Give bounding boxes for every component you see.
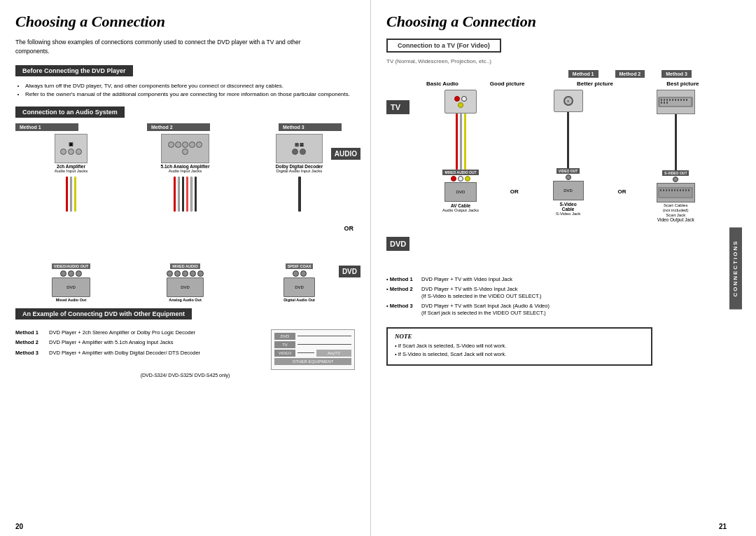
svg-rect-11 <box>686 99 687 101</box>
example-method2: Method 2 DVD Player + Amplifier with 5.1… <box>15 339 264 347</box>
note-item-2: • If S-Video is selected, Scart Jack wil… <box>395 351 644 359</box>
cable-group-1 <box>15 174 127 263</box>
or-col2: OR <box>616 111 627 272</box>
note-title: NOTE <box>395 333 644 340</box>
audio-three-col: ▣ 2ch Amplifier Audio Input Jacks <box>15 134 355 302</box>
example-content: Method 1 DVD Player + 2ch Stereo Amplifi… <box>15 329 355 370</box>
right-page-number: 21 <box>719 523 727 530</box>
audio-col-1: ▣ 2ch Amplifier Audio Input Jacks <box>15 134 127 302</box>
dvd-right-label: DVD <box>339 266 360 277</box>
svg-rect-2 <box>661 99 662 101</box>
out-label-3: SPDIF COAX <box>286 263 314 269</box>
out2-label: Analog Audio Out <box>169 298 202 302</box>
or-label-1: OR <box>510 188 519 195</box>
svideo-cable-label2: Cable <box>562 207 575 212</box>
dvd-box-col3 <box>657 183 695 202</box>
out1-label: Mixed Audio Out <box>56 298 87 302</box>
method3-text: DVD Player + Amplifier with Dolby Digita… <box>49 350 200 357</box>
svg-rect-22 <box>674 189 676 191</box>
better-picture-label: Better picture <box>551 81 638 87</box>
note3-num: • Method 3 <box>386 303 420 317</box>
audio-methods-row: Method 1 Method 2 Method 3 <box>15 123 355 131</box>
tv-method3: Method 3 <box>662 70 692 78</box>
diag1-sub: Audio Input Jacks <box>55 169 88 173</box>
audio-method2-badge: Method 2 <box>147 123 210 131</box>
tv-jack-col1 <box>444 90 477 114</box>
or-label: OR <box>344 225 354 232</box>
good-picture-label: Good picture <box>463 81 551 87</box>
out-label-1: VIDEO/AUDIO OUT <box>52 263 91 269</box>
equip-other: OTHER EQUIPMENT <box>274 358 351 365</box>
best-picture-label: Best picture <box>639 81 727 87</box>
right-title: Choosing a Connection <box>386 13 727 31</box>
equip-dvd-row: DVD <box>274 333 351 340</box>
svg-rect-13 <box>664 102 665 104</box>
av-cable-label: AV Cable <box>451 203 470 208</box>
svg-rect-7 <box>675 99 676 101</box>
diag1-title: 2ch Amplifier <box>57 164 85 169</box>
dvd-box-col2: DVD <box>553 181 584 200</box>
diag3-title: Dolby Digital Decoder <box>276 164 323 169</box>
out3-label: Digital Audio Out <box>284 298 315 302</box>
equip-anytv: AnyTV <box>316 350 351 357</box>
intro-text: The following show examples of connectio… <box>15 38 323 56</box>
jack3-label: S-Video Jack <box>556 212 580 216</box>
footnote: (DVD-S324/ DVD-S325/ DVD-S425 only) <box>15 373 355 378</box>
dvd-box-3: DVD <box>284 277 315 297</box>
audio-method1-badge: Method 1 <box>15 123 78 131</box>
conn-col-1: MIXED AUDIO OUT DVD AV Cable Audio Outpu… <box>415 90 506 272</box>
scart-cable <box>675 114 677 170</box>
before-bullet-1: Always turn off the DVD player, TV, and … <box>25 82 355 90</box>
method3-num: Method 3 <box>15 350 47 357</box>
example-section: An Example of Connecting DVD with Other … <box>15 306 355 378</box>
mixed-audio-out-label: MIXED AUDIO OUT <box>442 170 478 175</box>
dvd-box-1: DVD <box>52 277 91 297</box>
page: Choosing a Connection The following show… <box>0 0 756 536</box>
tv-dvd-labels: TV DVD <box>386 90 410 272</box>
basic-audio-label: Basic Audio <box>421 81 463 87</box>
svg-rect-8 <box>678 99 679 101</box>
tv-methods-row: Method 1 Method 2 Method 3 <box>386 70 692 78</box>
tv-section: Connection to a TV (For Video) TV (Norma… <box>386 38 727 272</box>
method2-num: Method 2 <box>15 339 47 347</box>
or-col1: OR <box>509 111 520 272</box>
diag2-title: 5.1ch Analog Amplifier <box>161 164 210 169</box>
method-notes: • Method 1 DVD Player + TV with Video In… <box>386 276 727 317</box>
before-bullet-2: Refer to the owner's manual of the addit… <box>25 90 355 99</box>
note2-text: DVD Player + TV with S-Video Input Jack(… <box>421 286 541 301</box>
note2-num: • Method 2 <box>386 286 420 301</box>
equip-tv: TV <box>274 341 295 348</box>
note1-num: • Method 1 <box>386 276 420 284</box>
scart-cables-label: Scart Cables(not included) <box>663 203 688 213</box>
audio-header: Connection to an Audio System <box>15 106 125 118</box>
method-note-1: • Method 1 DVD Player + TV with Video In… <box>386 276 727 284</box>
svg-rect-25 <box>682 189 684 191</box>
method-list: Method 1 DVD Player + 2ch Stereo Amplifi… <box>15 329 264 370</box>
conn-col-2: S VIDEO OUT DVD S-Video Cable S-Video Ja… <box>523 90 614 272</box>
svg-rect-24 <box>680 189 681 191</box>
method1-text: DVD Player + 2ch Stereo Amplifier or Dol… <box>49 329 195 337</box>
conn-col-3: S-VIDEO OUT <box>630 90 721 272</box>
cable-group-2 <box>130 174 241 263</box>
equipment-diagram: DVD TV VIDEO AnyTV OTHER EQUIPMENT <box>271 329 355 370</box>
left-page-number: 20 <box>15 523 23 530</box>
equip-tv-row: TV <box>274 341 351 348</box>
svideo-cable-label: S-Video <box>560 202 577 207</box>
left-title: Choosing a Connection <box>15 13 355 31</box>
right-page: Choosing a Connection Connection to a TV… <box>371 0 742 536</box>
diag3-sub: Digital Audio Input Jacks <box>276 169 322 173</box>
svg-rect-14 <box>666 102 668 104</box>
example-method3: Method 3 DVD Player + Amplifier with Dol… <box>15 350 264 357</box>
tv-method1: Method 1 <box>568 70 598 78</box>
note1-text: DVD Player + TV with Video Input Jack <box>421 276 512 284</box>
audio-diagram-area: ▣ 2ch Amplifier Audio Input Jacks <box>15 134 355 302</box>
dvd-box-col1: DVD <box>444 182 477 202</box>
tv-header: Connection to a TV (For Video) <box>386 39 501 53</box>
cable-group-3 <box>244 174 355 263</box>
dvd-box-2: DVD <box>167 277 204 297</box>
jack-row-3 <box>293 270 307 277</box>
cables-col1 <box>456 114 466 170</box>
note-item-1: • If Scart Jack is selected, S-Video wil… <box>395 343 644 350</box>
audio-method3-badge: Method 3 <box>279 123 342 131</box>
equip-video: VIDEO <box>274 350 295 357</box>
